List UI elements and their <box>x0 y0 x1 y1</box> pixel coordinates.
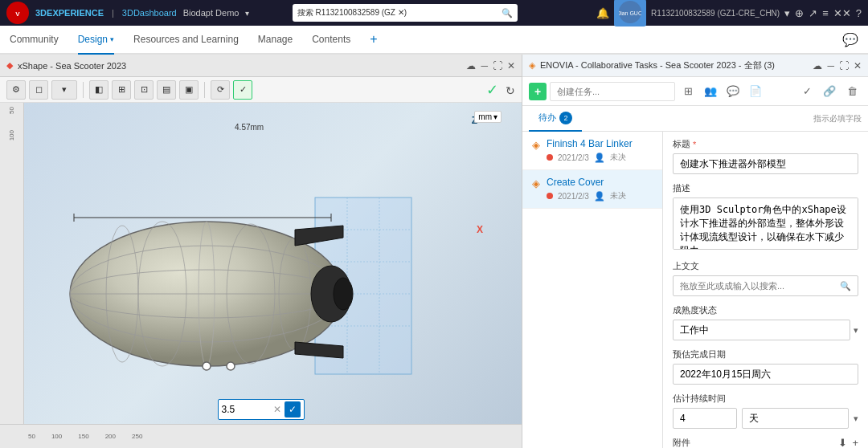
doc-icon-button[interactable]: 📄 <box>746 82 765 101</box>
svg-point-22 <box>334 278 353 310</box>
close-right-icon[interactable]: ✕ <box>854 60 862 71</box>
task-user-icon-1: 👤 <box>594 153 605 163</box>
task-status-2: 未决 <box>610 190 626 202</box>
maturity-select[interactable]: 工作中 审核中 完成 <box>673 320 850 340</box>
mm-selector[interactable]: mm ▾ <box>474 111 502 123</box>
task-status-1: 未决 <box>610 152 626 163</box>
tool-btn-7[interactable]: ▣ <box>179 80 199 100</box>
notify-icon[interactable]: 🔔 <box>596 7 609 19</box>
expand-icon[interactable]: ⛶ <box>493 60 502 71</box>
duration-unit-select[interactable]: 天 小时 <box>742 408 849 429</box>
description-textarea[interactable]: 使用3D Sculptor角色中的xShape设计水下推进器的外部造型，整体外形… <box>673 198 858 250</box>
task-type-icon-2: ◈ <box>532 177 540 189</box>
tool-btn-4[interactable]: ⊞ <box>112 80 131 100</box>
toolbar-separator-1 <box>83 82 84 98</box>
confirm-check-icon[interactable]: ✓ <box>486 82 498 98</box>
minimize-right-icon[interactable]: ─ <box>827 60 834 71</box>
left-toolbar: ⚙ ◻ ▾ ◧ ⊞ ⊡ ▤ ▣ ⟳ ✓ ✓ ↻ <box>0 77 522 103</box>
message-icon[interactable]: 💬 <box>842 32 858 47</box>
task-meta-2: 2021/2/3 👤 未决 <box>547 190 653 202</box>
due-date-label: 预估完成日期 <box>673 348 858 360</box>
download-icon[interactable]: ⬇ <box>838 437 847 448</box>
nav-item-resources[interactable]: Resources and Learning <box>133 25 239 54</box>
maturity-select-row: 工作中 审核中 完成 ▾ <box>673 320 858 340</box>
tool-btn-8[interactable]: ⟳ <box>211 80 230 100</box>
close-panel-icon[interactable]: ✕ <box>507 60 515 71</box>
chat-icon-button[interactable]: 💬 <box>723 82 743 101</box>
maturity-section: 成熟度状态 工作中 审核中 完成 ▾ <box>673 304 858 340</box>
delete-action-icon[interactable]: 🗑 <box>842 82 862 101</box>
dimension-input-box[interactable]: 3.5 ✕ ✓ <box>218 399 305 420</box>
cloud-sync-icon[interactable]: ☁ <box>813 60 822 71</box>
right-panel-title: ENOVIA - Collaborative Tasks - Sea Scoot… <box>540 59 808 71</box>
title-label: 标题 * <box>673 138 858 150</box>
people-icon-button[interactable]: 👥 <box>701 82 720 101</box>
brand-label: 3DEXPERIENCE <box>35 8 104 18</box>
due-date-section: 预估完成日期 <box>673 348 858 385</box>
due-date-input[interactable] <box>673 364 858 385</box>
close-x-icon[interactable]: ✕✕ <box>833 7 851 19</box>
menu-icon[interactable]: ≡ <box>822 7 829 19</box>
minimize-icon[interactable]: ─ <box>481 60 488 71</box>
pending-count-badge: 2 <box>559 112 572 124</box>
nav-item-community[interactable]: Community <box>10 25 59 54</box>
left-panel-title: xShape - Sea Scooter 2023 <box>18 61 126 71</box>
duration-row: 天 小时 ▾ <box>673 408 858 429</box>
context-search-box[interactable]: 🔍 <box>673 275 858 296</box>
enovia-icon: ◈ <box>529 60 535 71</box>
user-demo-chevron[interactable]: ▾ <box>245 9 249 18</box>
grid-view-button[interactable]: ⊞ <box>678 82 698 101</box>
task-item-1[interactable]: ◈ Fininsh 4 Bar Linker 2021/2/3 👤 未决 <box>522 132 662 170</box>
duration-section: 估计持续时间 天 小时 ▾ <box>673 393 858 429</box>
share-icon[interactable]: ↗ <box>809 7 817 19</box>
cloud-icon[interactable]: ☁ <box>466 60 476 71</box>
search-bar[interactable]: 🔍 <box>293 4 518 22</box>
input-confirm-button[interactable]: ✓ <box>285 401 301 417</box>
user-demo-label: Biodapt Demo <box>183 8 240 18</box>
add-task-button[interactable]: + <box>529 83 547 100</box>
attachment-section: 附件 ⬇ + 🔧 Sea Scooter Driver Assembly <box>673 437 858 448</box>
toolbar-right-area: ✓ ↻ <box>486 81 515 99</box>
form-panel: 标题 * 描述 使用3D Sculptor角色中的xShape设计水下推进器的外… <box>663 132 868 448</box>
tool-btn-5[interactable]: ⊡ <box>134 80 154 100</box>
status-dot-1 <box>547 154 553 161</box>
upload-add-icon[interactable]: + <box>852 437 858 448</box>
nav-item-manage[interactable]: Manage <box>258 25 293 54</box>
dashboard-label: 3DDashboard <box>122 8 177 18</box>
dimension-input[interactable]: 3.5 <box>222 404 270 415</box>
attachment-label: 附件 <box>673 437 690 448</box>
x-axis-label: X <box>477 224 483 235</box>
tool-btn-6[interactable]: ▤ <box>157 80 176 100</box>
nav-item-design[interactable]: Design ▾ <box>78 26 114 55</box>
tool-btn-2[interactable]: ◻ <box>29 80 48 100</box>
check-action-icon[interactable]: ✓ <box>797 82 817 101</box>
help-icon[interactable]: ? <box>856 7 862 19</box>
svg-point-26 <box>227 362 235 370</box>
tool-btn-1[interactable]: ⚙ <box>6 80 26 100</box>
nav-add-button[interactable]: + <box>370 32 377 47</box>
mm-chevron: ▾ <box>493 112 497 121</box>
title-input[interactable] <box>673 153 858 174</box>
maturity-label: 成熟度状态 <box>673 304 858 316</box>
create-task-input[interactable] <box>550 82 675 101</box>
task-content-1: Fininsh 4 Bar Linker 2021/2/3 👤 未决 <box>547 138 653 163</box>
context-search-input[interactable] <box>680 281 837 291</box>
chevron-down-icon[interactable]: ▾ <box>784 7 790 19</box>
rotate-icon[interactable]: ↻ <box>506 84 515 97</box>
description-label: 描述 <box>673 182 858 194</box>
duration-input[interactable] <box>673 408 737 429</box>
add-icon[interactable]: ⊕ <box>795 7 804 19</box>
tool-btn-dropdown[interactable]: ▾ <box>51 80 77 100</box>
task-item-2[interactable]: ◈ Create Cover 2021/2/3 👤 未决 <box>522 170 662 209</box>
svg-text:Jian GUO: Jian GUO <box>619 10 641 16</box>
tab-pending[interactable]: 待办 2 <box>529 106 582 132</box>
expand-right-icon[interactable]: ⛶ <box>839 60 849 71</box>
tool-btn-9[interactable]: ✓ <box>233 80 252 100</box>
nav-item-contents[interactable]: Contents <box>312 25 350 54</box>
link-action-icon[interactable]: 🔗 <box>820 82 839 101</box>
ruler-bottom: 50 100 150 200 250 <box>0 424 522 448</box>
search-input[interactable] <box>297 9 502 18</box>
tool-btn-3[interactable]: ◧ <box>89 80 108 100</box>
task-date-1: 2021/2/3 <box>558 153 589 162</box>
input-clear-button[interactable]: ✕ <box>273 404 281 415</box>
